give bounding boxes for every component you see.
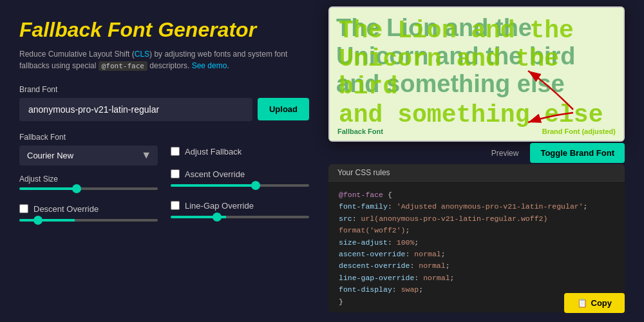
fallback-font-label: Fallback Font [19, 133, 158, 142]
code-line-6: descent-override: normal; [339, 260, 614, 272]
cls-link[interactable]: CLS [135, 50, 149, 59]
line-gap-slider-thumb[interactable] [213, 213, 222, 222]
code-tab: Your CSS rules [328, 164, 625, 182]
ascent-override-label: Ascent Override [185, 169, 245, 179]
copy-button[interactable]: 📋 Copy [564, 293, 625, 313]
fallback-select-wrap: Courier New Arial Georgia Times New Roma… [19, 146, 158, 166]
ascent-slider-track[interactable] [171, 184, 309, 187]
brand-font-group: Brand Font Upload [19, 85, 309, 121]
code-panel: Your CSS rules @font-face { font-family:… [328, 164, 625, 312]
fallback-font-group: Fallback Font Courier New Arial Georgia … [19, 133, 158, 166]
font-face-badge: @font-face [99, 61, 147, 71]
code-line-5: ascent-override: normal; [339, 249, 614, 260]
see-demo-link[interactable]: See demo [192, 61, 227, 70]
code-line-3: src: url(anonymous-pro-v21-latin-regular… [339, 213, 614, 237]
line-gap-override-label: Line-Gap Override [185, 201, 254, 211]
adjust-size-label: Adjust Size [19, 175, 158, 184]
copy-label: Copy [591, 298, 612, 308]
brand-font-input[interactable] [19, 98, 252, 121]
left-panel: Fallback Font Generator Reduce Cumulativ… [0, 0, 328, 322]
code-brace-open: { [388, 191, 392, 199]
preview-tab-label: Preview [486, 146, 524, 160]
copy-icon: 📋 [577, 298, 587, 308]
desc-text1: Reduce Cumulative Layout Shift ( [19, 50, 135, 59]
left-col: Fallback Font Courier New Arial Georgia … [19, 133, 158, 222]
descent-slider-thumb[interactable] [33, 216, 43, 225]
adjust-fallback-label: Adjust Fallback [185, 147, 242, 156]
page-title: Fallback Font Generator [19, 18, 309, 42]
descent-slider-track[interactable] [19, 219, 158, 222]
line-gap-slider-track[interactable] [171, 216, 309, 218]
line-gap-override-checkbox[interactable] [171, 201, 180, 210]
adjust-size-slider-thumb[interactable] [72, 184, 81, 193]
right-col: Adjust Fallback Ascent Override Line-Gap… [171, 133, 309, 222]
adjust-size-slider-track[interactable] [19, 187, 158, 190]
adjust-fallback-group: Adjust Fallback [171, 133, 309, 156]
code-line-2: font-family: 'Adjusted anonymous-pro-v21… [339, 201, 614, 213]
code-at-keyword: @font-face [339, 191, 383, 199]
preview-text-brand: The Lion and theUnicorn and the birdand … [339, 17, 617, 129]
adjust-fallback-checkbox[interactable] [171, 147, 180, 156]
adjust-size-group: Adjust Size [19, 175, 158, 190]
descent-override-label: Descent Override [33, 204, 99, 214]
code-line-7: line-gap-override: normal; [339, 272, 614, 284]
preview-card: The Lion and theUnicorn and the birdand … [328, 6, 625, 142]
fallback-font-select[interactable]: Courier New Arial Georgia Times New Roma… [19, 146, 158, 166]
descent-override-checkbox[interactable] [19, 204, 28, 213]
desc-text3: descriptors. [147, 61, 192, 70]
preview-controls: Preview Toggle Brand Font [328, 143, 625, 163]
options-grid: Fallback Font Courier New Arial Georgia … [19, 133, 309, 222]
desc-period: . [227, 61, 229, 70]
brand-font-row: Upload [19, 98, 309, 121]
brand-font-adjusted-label: Brand Font (adjusted) [542, 128, 616, 135]
ascent-slider-thumb[interactable] [251, 181, 260, 190]
line-gap-override-row: Line-Gap Override [171, 196, 309, 211]
ascent-override-group: Ascent Override [171, 166, 309, 187]
toggle-brand-font-button[interactable]: Toggle Brand Font [530, 143, 625, 163]
adjust-fallback-row: Adjust Fallback [171, 133, 309, 156]
ascent-override-row: Ascent Override [171, 166, 309, 179]
code-line-1: @font-face { [339, 189, 614, 201]
preview-inner: The Lion and theUnicorn and the birdand … [330, 8, 623, 140]
right-panel: The Lion and theUnicorn and the birdand … [316, 0, 644, 322]
ascent-override-checkbox[interactable] [171, 169, 180, 178]
fallback-font-label: Fallback Font [337, 128, 383, 135]
upload-button[interactable]: Upload [258, 98, 309, 120]
brand-font-label: Brand Font [19, 85, 309, 94]
code-line-4: size-adjust: 100%; [339, 237, 614, 249]
descent-override-row: Descent Override [19, 199, 158, 214]
description: Reduce Cumulative Layout Shift (CLS) by … [19, 48, 309, 72]
